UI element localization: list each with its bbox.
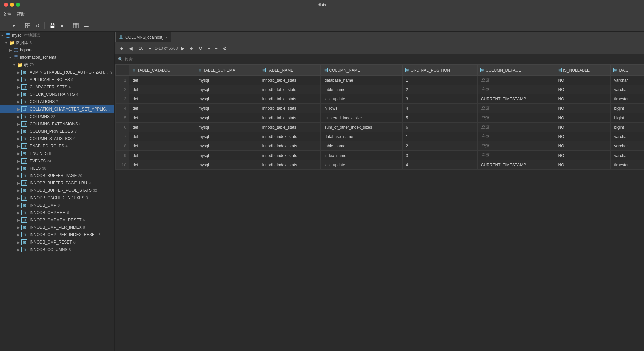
refresh-data-button[interactable]: ↺ <box>197 45 204 52</box>
cell-table-catalog[interactable]: def <box>129 151 195 160</box>
col-table-name[interactable]: ⊞ TABLE_NAME <box>259 65 321 76</box>
cell-column-name[interactable]: table_name <box>321 141 402 151</box>
cell-column-default[interactable]: CURRENT_TIMESTAMP <box>477 94 555 104</box>
sidebar-item-table[interactable]: ▶ ⊞ EVENTS 24 <box>0 157 114 165</box>
cell-column-default[interactable]: 空值 <box>477 141 555 151</box>
sidebar-item-table[interactable]: ▶ ⊞ INNODB_CMP_RESET 6 <box>0 238 114 246</box>
cell-table-schema[interactable]: mysql <box>195 113 259 123</box>
sidebar-item-table[interactable]: ▶ ⊞ COLUMNS_EXTENSIONS 6 <box>0 120 114 128</box>
cell-is-nullable[interactable]: NO <box>555 113 611 123</box>
settings-button[interactable]: ⚙ <box>221 45 228 52</box>
cell-table-catalog[interactable]: def <box>129 104 195 113</box>
cell-table-name[interactable]: innodb_table_stats <box>259 94 321 104</box>
table-row[interactable]: 4 def mysql innodb_table_stats n_rows 4 … <box>116 104 644 113</box>
search-input[interactable] <box>125 57 641 62</box>
save-button[interactable]: 💾 <box>47 21 57 30</box>
cell-table-catalog[interactable]: def <box>129 76 195 85</box>
prev-page-button[interactable]: ◀ <box>128 45 134 52</box>
cell-column-name[interactable]: sum_of_other_index_sizes <box>321 123 402 132</box>
cell-table-schema[interactable]: mysql <box>195 94 259 104</box>
add-dropdown-button[interactable]: ▾ <box>11 21 17 30</box>
sidebar-item-table[interactable]: ▶ ⊞ INNODB_CMP_PER_INDEX_RESET 8 <box>0 231 114 238</box>
cell-table-schema[interactable]: mysql <box>195 151 259 160</box>
cell-table-name[interactable]: innodb_table_stats <box>259 104 321 113</box>
add-button[interactable]: + <box>3 21 9 30</box>
sidebar-item-table[interactable]: ▶ ⊞ ENGINES 6 <box>0 150 114 157</box>
sidebar-item-table[interactable]: ▶ ⊞ CHARACTER_SETS 4 <box>0 83 114 91</box>
cell-data-type[interactable]: varchar <box>611 76 644 85</box>
cell-column-name[interactable]: table_name <box>321 85 402 94</box>
cell-ordinal-position[interactable]: 2 <box>402 85 477 94</box>
cell-table-schema[interactable]: mysql <box>195 141 259 151</box>
cell-data-type[interactable]: bigint <box>611 113 644 123</box>
cell-column-name[interactable]: last_update <box>321 94 402 104</box>
sidebar-item-table[interactable]: ▶ ⊞ INNODB_CMP_PER_INDEX 8 <box>0 224 114 231</box>
list-button[interactable]: ▬ <box>82 21 91 30</box>
sidebar-item-table[interactable]: ▶ ⊞ COLLATION_CHARACTER_SET_APPLICABIL..… <box>0 105 114 113</box>
cell-ordinal-position[interactable]: 1 <box>402 76 477 85</box>
page-size-select[interactable]: 10 25 50 100 <box>136 45 153 52</box>
cell-is-nullable[interactable]: NO <box>555 151 611 160</box>
col-table-catalog[interactable]: ⊞ TABLE_CATALOG <box>129 65 195 76</box>
cell-data-type[interactable]: varchar <box>611 132 644 141</box>
cell-table-name[interactable]: innodb_table_stats <box>259 113 321 123</box>
col-ordinal-position[interactable]: ⊞ ORDINAL_POSITION <box>402 65 477 76</box>
cell-column-name[interactable]: n_rows <box>321 104 402 113</box>
cell-is-nullable[interactable]: NO <box>555 85 611 94</box>
cell-table-catalog[interactable]: def <box>129 160 195 170</box>
sidebar-item-table[interactable]: ▶ ⊞ INNODB_CMPMEM 6 <box>0 209 114 216</box>
col-is-nullable[interactable]: ⊞ IS_NULLABLE <box>555 65 611 76</box>
cell-table-catalog[interactable]: def <box>129 94 195 104</box>
sidebar-item-bcportal[interactable]: ▶ bcportal <box>0 46 114 54</box>
sidebar-item-table[interactable]: ▶ ⊞ INNODB_BUFFER_POOL_STATS 32 <box>0 187 114 194</box>
cell-ordinal-position[interactable]: 4 <box>402 160 477 170</box>
table-row[interactable]: 9 def mysql innodb_index_stats index_nam… <box>116 151 644 160</box>
col-column-name[interactable]: ⊞ COLUMN_NAME <box>321 65 402 76</box>
cell-table-schema[interactable]: mysql <box>195 85 259 94</box>
sidebar-item-table[interactable]: ▶ ⊞ INNODB_CMP 6 <box>0 202 114 209</box>
data-table-container[interactable]: ⊞ TABLE_CATALOG ⊞ TABLE_SCHEMA <box>115 64 644 351</box>
cell-ordinal-position[interactable]: 5 <box>402 113 477 123</box>
sidebar-item-table[interactable]: ▶ ⊞ FILES 38 <box>0 165 114 172</box>
cell-is-nullable[interactable]: NO <box>555 132 611 141</box>
cell-column-default[interactable]: 空值 <box>477 123 555 132</box>
remove-row-button[interactable]: − <box>214 45 219 52</box>
cell-table-catalog[interactable]: def <box>129 113 195 123</box>
refresh-button[interactable]: ↺ <box>34 21 42 30</box>
cell-column-default[interactable]: 空值 <box>477 76 555 85</box>
sidebar-item-table[interactable]: ▶ ⊞ INNODB_COLUMNS 8 <box>0 246 114 253</box>
tab-columns[interactable]: COLUMNS[localhost] × <box>115 32 171 42</box>
first-page-button[interactable]: ⏮ <box>118 45 126 52</box>
table-row[interactable]: 2 def mysql innodb_table_stats table_nam… <box>116 85 644 94</box>
col-table-schema[interactable]: ⊞ TABLE_SCHEMA <box>195 65 259 76</box>
cell-table-schema[interactable]: mysql <box>195 104 259 113</box>
cell-column-name[interactable]: database_name <box>321 76 402 85</box>
cell-table-catalog[interactable]: def <box>129 123 195 132</box>
cell-table-name[interactable]: innodb_table_stats <box>259 85 321 94</box>
cell-is-nullable[interactable]: NO <box>555 76 611 85</box>
cell-column-name[interactable]: clustered_index_size <box>321 113 402 123</box>
add-row-button[interactable]: + <box>206 45 211 52</box>
cell-is-nullable[interactable]: NO <box>555 160 611 170</box>
cell-is-nullable[interactable]: NO <box>555 123 611 132</box>
cell-ordinal-position[interactable]: 4 <box>402 104 477 113</box>
cell-column-name[interactable]: last_update <box>321 160 402 170</box>
cell-data-type[interactable]: bigint <box>611 104 644 113</box>
cell-column-default[interactable]: 空值 <box>477 104 555 113</box>
cell-table-name[interactable]: innodb_index_stats <box>259 141 321 151</box>
cell-table-schema[interactable]: mysql <box>195 123 259 132</box>
table-row[interactable]: 1 def mysql innodb_table_stats database_… <box>116 76 644 85</box>
sidebar-item-table[interactable]: ▶ ⊞ INNODB_CACHED_INDEXES 3 <box>0 194 114 202</box>
cell-table-catalog[interactable]: def <box>129 132 195 141</box>
sidebar-item-table[interactable]: ▶ ⊞ APPLICABLE_ROLES 9 <box>0 76 114 83</box>
cell-table-schema[interactable]: mysql <box>195 132 259 141</box>
cell-table-name[interactable]: innodb_index_stats <box>259 132 321 141</box>
cell-table-catalog[interactable]: def <box>129 141 195 151</box>
cell-column-name[interactable]: index_name <box>321 151 402 160</box>
cell-column-default[interactable]: 空值 <box>477 132 555 141</box>
tab-close-button[interactable]: × <box>165 35 167 39</box>
sidebar-item-tables[interactable]: ▾ 📁 表 79 <box>0 61 114 69</box>
cell-ordinal-position[interactable]: 3 <box>402 94 477 104</box>
sidebar-item-table[interactable]: ▶ ⊞ INNODB_BUFFER_PAGE_LRU 20 <box>0 179 114 187</box>
cell-is-nullable[interactable]: NO <box>555 141 611 151</box>
